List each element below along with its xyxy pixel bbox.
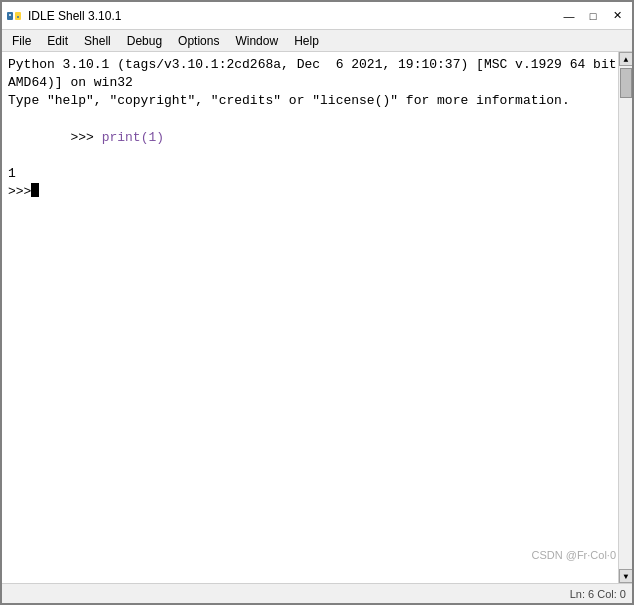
prompt-1: >>>: [70, 130, 101, 145]
menu-file[interactable]: File: [4, 30, 39, 51]
repl-line-2[interactable]: >>>: [8, 183, 626, 201]
title-bar: IDLE Shell 3.10.1 — □ ✕: [2, 2, 632, 30]
close-button[interactable]: ✕: [606, 6, 628, 26]
status-bar: Ln: 6 Col: 0: [2, 583, 632, 603]
menu-edit[interactable]: Edit: [39, 30, 76, 51]
title-buttons: — □ ✕: [558, 6, 628, 26]
scroll-down-arrow[interactable]: ▼: [619, 569, 632, 583]
repl-line-1: >>> print(1): [8, 111, 626, 166]
menu-debug[interactable]: Debug: [119, 30, 170, 51]
shell-content[interactable]: Python 3.10.1 (tags/v3.10.1:2cd268a, Dec…: [2, 52, 632, 583]
shell-textarea[interactable]: Python 3.10.1 (tags/v3.10.1:2cd268a, Dec…: [2, 52, 632, 583]
menu-help[interactable]: Help: [286, 30, 327, 51]
menu-shell[interactable]: Shell: [76, 30, 119, 51]
maximize-button[interactable]: □: [582, 6, 604, 26]
app-icon: [6, 8, 22, 24]
output-line-2: AMD64)] on win32: [8, 74, 626, 92]
output-line-3: Type "help", "copyright", "credits" or "…: [8, 92, 626, 110]
window-title: IDLE Shell 3.10.1: [28, 9, 121, 23]
scrollbar-track[interactable]: [619, 66, 632, 569]
code-line-1: print(1): [102, 130, 164, 145]
minimize-button[interactable]: —: [558, 6, 580, 26]
main-window: IDLE Shell 3.10.1 — □ ✕ File Edit Shell …: [0, 0, 634, 605]
text-cursor: [31, 183, 39, 197]
prompt-2: >>>: [8, 183, 31, 201]
svg-point-2: [9, 14, 11, 16]
scrollbar-thumb[interactable]: [620, 68, 632, 98]
title-bar-left: IDLE Shell 3.10.1: [6, 8, 121, 24]
svg-point-3: [17, 16, 19, 18]
output-value-1: 1: [8, 165, 626, 183]
menu-window[interactable]: Window: [227, 30, 286, 51]
status-text: Ln: 6 Col: 0: [570, 588, 626, 600]
vertical-scrollbar[interactable]: ▲ ▼: [618, 52, 632, 583]
output-line-1: Python 3.10.1 (tags/v3.10.1:2cd268a, Dec…: [8, 56, 626, 74]
menu-options[interactable]: Options: [170, 30, 227, 51]
scroll-up-arrow[interactable]: ▲: [619, 52, 632, 66]
menu-bar: File Edit Shell Debug Options Window Hel…: [2, 30, 632, 52]
